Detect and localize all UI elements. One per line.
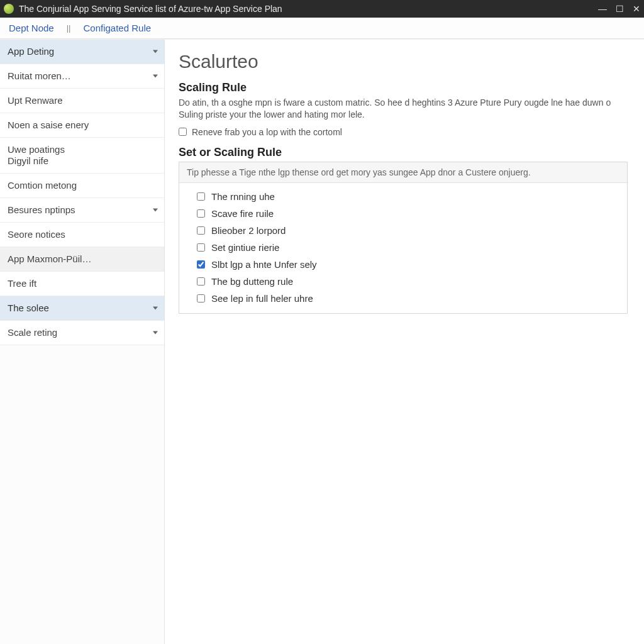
rule-option-label-1: Scave fire ruile (211, 208, 274, 219)
remove-checkbox-label: Reneve frab you a lop with the cortoml (192, 127, 342, 137)
rule-option-label-5: The bg dutteng rule (211, 276, 293, 287)
rule-option-label-6: See lep in full heler uhre (211, 293, 313, 304)
rule-option-checkbox-2[interactable] (197, 226, 205, 235)
sidebar-item-2[interactable]: Upt Renware (0, 89, 164, 113)
breadcrumb: Dept Node || Configated Rule (0, 18, 644, 39)
set-scaling-rule-heading: Set or Scaling Rule (179, 146, 628, 159)
scaling-rule-heading: Scaling Rule (179, 81, 628, 94)
sidebar-item-4[interactable]: Uwe poatings Digyil nife (0, 138, 164, 174)
rule-option-checkbox-5[interactable] (197, 277, 205, 286)
sidebar-item-7[interactable]: Seore notices (0, 223, 164, 247)
rule-option-checkbox-1[interactable] (197, 209, 205, 218)
minimize-button[interactable]: — (598, 4, 607, 13)
page-title: Scalurteo (179, 51, 628, 72)
breadcrumb-separator: || (67, 23, 71, 33)
scaling-rule-options: The rnning uheScave fire ruileBlieober 2… (179, 183, 627, 313)
breadcrumb-current[interactable]: Configated Rule (83, 23, 151, 33)
sidebar-item-5[interactable]: Comtion metong (0, 174, 164, 198)
rule-option-checkbox-3[interactable] (197, 243, 205, 252)
rule-option-checkbox-6[interactable] (197, 294, 205, 303)
rule-option-1[interactable]: Scave fire ruile (194, 205, 622, 222)
remove-checkbox[interactable] (179, 128, 187, 136)
sidebar-item-3[interactable]: Noen a saise enery (0, 113, 164, 138)
rule-option-label-0: The rnning uhe (211, 191, 275, 202)
sidebar-item-10[interactable]: The solee (0, 296, 164, 321)
window-buttons: — ☐ ✕ (598, 4, 640, 13)
sidebar-item-8[interactable]: App Maxmon-Püil… (0, 247, 164, 272)
rule-option-label-2: Blieober 2 lorpord (211, 225, 286, 236)
sidebar: App DetingRuitat moren…Upt RenwareNoen a… (0, 40, 165, 644)
close-button[interactable]: ✕ (633, 4, 640, 13)
app-icon (4, 4, 14, 14)
rule-option-3[interactable]: Set gintiue rierie (194, 239, 622, 256)
sidebar-item-6[interactable]: Besures nptinps (0, 198, 164, 223)
rule-option-2[interactable]: Blieober 2 lorpord (194, 222, 622, 239)
sidebar-item-1[interactable]: Ruitat moren… (0, 64, 164, 89)
breadcrumb-root[interactable]: Dept Node (9, 23, 54, 33)
scaling-rule-description: Do atin, th a osghe mpn is fware a custo… (179, 97, 628, 121)
main-content: Scalurteo Scaling Rule Do atin, th a osg… (165, 40, 644, 644)
sidebar-item-11[interactable]: Scale reting (0, 321, 164, 345)
window-titlebar: The Conjurial App Serving Service list o… (0, 0, 644, 18)
remove-checkbox-row[interactable]: Reneve frab you a lop with the cortoml (179, 127, 628, 137)
rule-option-label-4: Slbt lgp a hnte Unfer sely (211, 259, 317, 270)
scaling-rule-box: Tip phesse a Tige nthe lgp thense ord ge… (179, 162, 628, 314)
rule-option-checkbox-0[interactable] (197, 192, 205, 201)
scaling-rule-hint: Tip phesse a Tige nthe lgp thense ord ge… (179, 162, 627, 183)
rule-option-4[interactable]: Slbt lgp a hnte Unfer sely (194, 256, 622, 273)
maximize-button[interactable]: ☐ (616, 4, 624, 13)
rule-option-0[interactable]: The rnning uhe (194, 188, 622, 205)
sidebar-item-0[interactable]: App Deting (0, 40, 164, 64)
rule-option-label-3: Set gintiue rierie (211, 242, 279, 253)
sidebar-item-9[interactable]: Tree ift (0, 272, 164, 296)
window-title: The Conjurial App Serving Service list o… (19, 4, 598, 14)
rule-option-5[interactable]: The bg dutteng rule (194, 273, 622, 290)
rule-option-6[interactable]: See lep in full heler uhre (194, 290, 622, 307)
work-area: App DetingRuitat moren…Upt RenwareNoen a… (0, 39, 644, 644)
rule-option-checkbox-4[interactable] (197, 260, 205, 269)
